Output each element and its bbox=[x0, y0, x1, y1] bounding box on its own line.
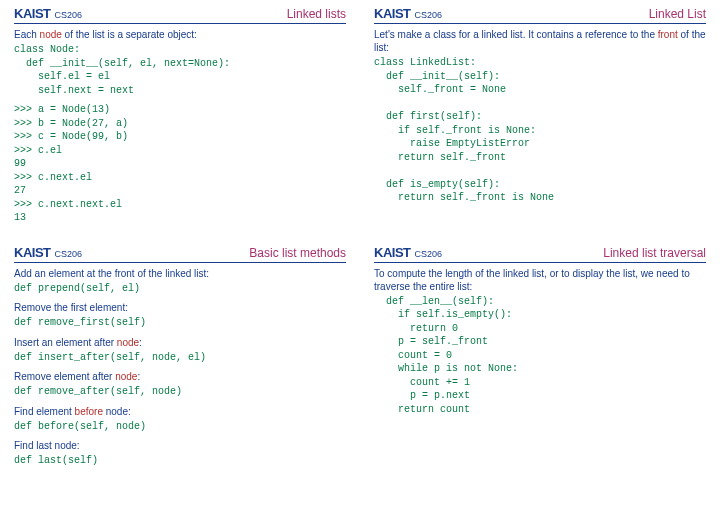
slide-body: Let's make a class for a linked list. It… bbox=[374, 28, 706, 205]
code-block: def before(self, node) bbox=[14, 420, 346, 434]
slide-body: Each node of the list is a separate obje… bbox=[14, 28, 346, 225]
slide-basic-methods: KAIST CS206 Basic list methods Add an el… bbox=[0, 239, 360, 482]
slide-traversal: KAIST CS206 Linked list traversal To com… bbox=[360, 239, 720, 482]
slide-grid: KAIST CS206 Linked lists Each node of th… bbox=[0, 0, 720, 482]
slide-linked-lists: KAIST CS206 Linked lists Each node of th… bbox=[0, 0, 360, 239]
slide-header: KAIST CS206 Linked list traversal bbox=[374, 245, 706, 263]
intro-text: To compute the length of the linked list… bbox=[374, 267, 706, 293]
course-code: CS206 bbox=[55, 10, 83, 20]
code-block: def insert_after(self, node, el) bbox=[14, 351, 346, 365]
code-block: class LinkedList: def __init__(self): se… bbox=[374, 56, 706, 205]
slide-title: Linked lists bbox=[287, 7, 346, 21]
code-block: def __len__(self): if self.is_empty(): r… bbox=[374, 295, 706, 417]
intro-text: Each node of the list is a separate obje… bbox=[14, 28, 346, 41]
code-block: def remove_first(self) bbox=[14, 316, 346, 330]
logo: KAIST bbox=[14, 6, 51, 21]
method-desc: Insert an element after node: bbox=[14, 336, 346, 349]
slide-header: KAIST CS206 Linked List bbox=[374, 6, 706, 24]
code-block: def last(self) bbox=[14, 454, 346, 468]
slide-body: To compute the length of the linked list… bbox=[374, 267, 706, 417]
slide-header: KAIST CS206 Linked lists bbox=[14, 6, 346, 24]
course-code: CS206 bbox=[55, 249, 83, 259]
logo: KAIST bbox=[374, 245, 411, 260]
method-desc: Remove the first element: bbox=[14, 301, 346, 314]
logo: KAIST bbox=[374, 6, 411, 21]
code-block: def remove_after(self, node) bbox=[14, 385, 346, 399]
code-block: >>> a = Node(13) >>> b = Node(27, a) >>>… bbox=[14, 103, 346, 225]
logo: KAIST bbox=[14, 245, 51, 260]
slide-linked-list-class: KAIST CS206 Linked List Let's make a cla… bbox=[360, 0, 720, 239]
slide-body: Add an element at the front of the linke… bbox=[14, 267, 346, 468]
slide-header: KAIST CS206 Basic list methods bbox=[14, 245, 346, 263]
intro-text: Let's make a class for a linked list. It… bbox=[374, 28, 706, 54]
course-code: CS206 bbox=[415, 249, 443, 259]
code-block: def prepend(self, el) bbox=[14, 282, 346, 296]
method-desc: Remove element after node: bbox=[14, 370, 346, 383]
method-desc: Add an element at the front of the linke… bbox=[14, 267, 346, 280]
code-block: class Node: def __init__(self, el, next=… bbox=[14, 43, 346, 97]
course-code: CS206 bbox=[415, 10, 443, 20]
slide-title: Linked list traversal bbox=[603, 246, 706, 260]
slide-title: Basic list methods bbox=[249, 246, 346, 260]
method-desc: Find last node: bbox=[14, 439, 346, 452]
slide-title: Linked List bbox=[649, 7, 706, 21]
method-desc: Find element before node: bbox=[14, 405, 346, 418]
